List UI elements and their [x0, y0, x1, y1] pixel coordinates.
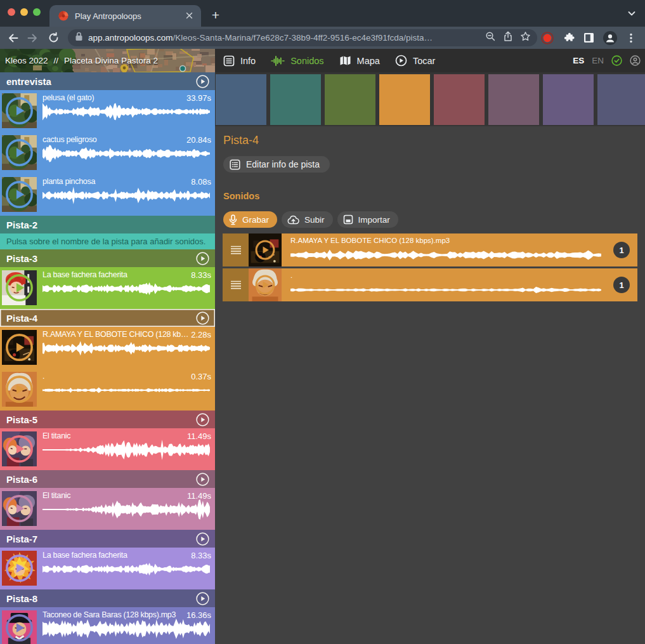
clip-row[interactable]: El titanic11.49s: [0, 428, 215, 470]
grabar-button[interactable]: Grabar: [223, 211, 277, 228]
grabar-label: Grabar: [242, 215, 269, 225]
clip-row[interactable]: Taconeo de Sara Baras (128 kbps).mp316.3…: [0, 607, 215, 644]
address-bar[interactable]: app.antropoloops.com/Kleos-Santa-Marina/…: [68, 29, 537, 46]
app-tab-label: Info: [240, 56, 256, 66]
window-zoom-button[interactable]: [33, 8, 41, 16]
clip-thumbnail[interactable]: [2, 372, 37, 407]
sound-waveform[interactable]: [290, 246, 601, 265]
track-play-button[interactable]: [196, 252, 209, 265]
color-swatch-3[interactable]: [325, 74, 375, 125]
clip-thumbnail[interactable]: [2, 491, 37, 526]
subir-button[interactable]: Subir: [282, 211, 333, 228]
clip-row[interactable]: pelusa (el gato)33.97s: [0, 90, 215, 132]
clip-row[interactable]: El titanic11.49s: [0, 488, 215, 530]
new-tab-button[interactable]: +: [207, 8, 224, 24]
recording-indicator-icon[interactable]: [541, 32, 554, 44]
clip-waveform[interactable]: [42, 499, 210, 520]
sound-thumbnail[interactable]: [249, 233, 282, 266]
browser-tab[interactable]: Play Antropoloops: [49, 5, 201, 27]
color-swatch-1[interactable]: [216, 74, 266, 125]
language-en-button[interactable]: EN: [592, 56, 604, 65]
clip-row[interactable]: R.AMAYA Y EL BOBOTE CHICO (128 kbps)....…: [0, 327, 215, 369]
importar-button[interactable]: Importar: [337, 211, 398, 228]
drag-handle[interactable]: [223, 233, 249, 266]
track-header-entrevista[interactable]: entrevista: [0, 72, 215, 90]
clip-waveform[interactable]: [42, 559, 210, 579]
clip-thumbnail[interactable]: [2, 93, 37, 128]
color-swatch-7[interactable]: [543, 74, 594, 125]
track-header-pista-4[interactable]: Pista-4: [0, 309, 215, 327]
clip-waveform[interactable]: [42, 440, 210, 460]
track-play-button[interactable]: [196, 473, 209, 486]
sync-check-icon[interactable]: [611, 55, 622, 66]
browser-toolbar: app.antropoloops.com/Kleos-Santa-Marina/…: [0, 27, 645, 49]
track-header-pista-7[interactable]: Pista-7: [0, 530, 215, 548]
language-es-button[interactable]: ES: [573, 56, 584, 65]
clip-row[interactable]: planta pinchosa8.08s: [0, 174, 215, 216]
reload-button[interactable]: [44, 29, 63, 47]
color-swatch-5[interactable]: [434, 74, 485, 125]
window-minimize-button[interactable]: [20, 8, 28, 16]
track-play-button[interactable]: [196, 592, 209, 605]
drag-handle[interactable]: [223, 268, 249, 301]
sound-row[interactable]: R.AMAYA Y EL BOBOTE CHICO (128 kbps).mp3…: [223, 233, 637, 266]
sound-row[interactable]: .1: [223, 268, 637, 301]
tab-search-chevron-icon[interactable]: [625, 6, 639, 20]
padlock-icon[interactable]: [75, 32, 83, 44]
app-tab-info[interactable]: Info: [223, 55, 256, 67]
clip-thumbnail[interactable]: [2, 330, 37, 365]
clip-row[interactable]: cactus peligroso20.84s: [0, 132, 215, 174]
clip-thumbnail[interactable]: [2, 177, 37, 212]
clip-row[interactable]: La base fachera facherita8.33s: [0, 548, 215, 589]
zoom-icon[interactable]: [485, 31, 496, 44]
clip-thumbnail[interactable]: [2, 270, 37, 305]
track-header-pista-5[interactable]: Pista-5: [0, 411, 215, 428]
clip-row[interactable]: La base fachera facherita8.33s: [0, 267, 215, 309]
track-header-pista-3[interactable]: Pista-3: [0, 249, 215, 267]
app-tab-sonidos[interactable]: Sonidos: [271, 55, 323, 67]
color-swatch-6[interactable]: [488, 74, 539, 125]
account-icon[interactable]: [630, 55, 641, 66]
edit-track-info-button[interactable]: Editar info de pista: [223, 156, 330, 173]
bookmark-star-icon[interactable]: [520, 31, 531, 44]
color-swatch-4-selected[interactable]: [379, 74, 430, 125]
browser-menu-icon[interactable]: [626, 32, 636, 44]
app-tab-tocar[interactable]: Tocar: [395, 55, 435, 67]
color-swatch-2[interactable]: [270, 74, 321, 125]
clip-waveform[interactable]: [42, 143, 210, 164]
profile-avatar[interactable]: [603, 30, 618, 46]
side-panel-icon[interactable]: [583, 32, 594, 43]
extensions-puzzle-icon[interactable]: [564, 32, 575, 44]
clip-waveform[interactable]: [42, 102, 210, 122]
forward-button[interactable]: [23, 29, 42, 47]
clip-waveform[interactable]: [42, 338, 210, 358]
project-banner[interactable]: Kleos 2022 // Placeta Divina Pastora 2: [0, 49, 215, 72]
import-icon: [343, 214, 353, 225]
track-header-pista-8[interactable]: Pista-8: [0, 589, 215, 607]
clip-thumbnail[interactable]: [2, 431, 37, 466]
track-play-button[interactable]: [196, 75, 209, 88]
share-icon[interactable]: [503, 31, 513, 44]
color-swatch-8[interactable]: [597, 74, 645, 125]
clip-thumbnail[interactable]: [2, 610, 37, 644]
tab-close-icon[interactable]: [183, 10, 195, 22]
track-play-button[interactable]: [196, 312, 209, 325]
breadcrumb-project[interactable]: Kleos 2022: [5, 56, 48, 65]
clip-waveform[interactable]: [42, 380, 210, 400]
track-header-pista-6[interactable]: Pista-6: [0, 470, 215, 488]
app-tab-mapa[interactable]: Mapa: [339, 55, 380, 66]
clip-waveform[interactable]: [42, 279, 210, 299]
clip-waveform[interactable]: [42, 619, 210, 639]
clip-thumbnail[interactable]: [2, 135, 37, 170]
window-close-button[interactable]: [8, 8, 15, 16]
back-button[interactable]: [4, 29, 23, 47]
clip-row[interactable]: .0.37s: [0, 369, 215, 411]
track-header-pista-2[interactable]: Pista-2: [0, 216, 215, 233]
track-play-button[interactable]: [196, 532, 209, 546]
clip-thumbnail[interactable]: [2, 551, 37, 586]
url-text[interactable]: app.antropoloops.com/Kleos-Santa-Marina/…: [88, 33, 485, 43]
clip-waveform[interactable]: [42, 185, 210, 206]
track-play-button[interactable]: [196, 413, 209, 426]
sound-thumbnail[interactable]: [249, 268, 282, 301]
sound-waveform[interactable]: [290, 280, 601, 299]
